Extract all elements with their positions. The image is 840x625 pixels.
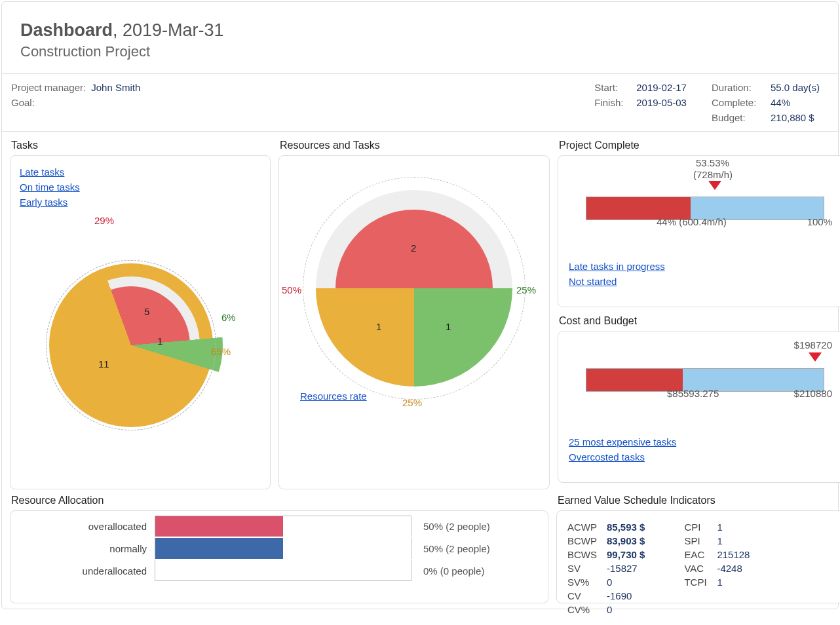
evm-key: ACWP — [567, 521, 607, 533]
resources-title: Resources and Tasks — [278, 140, 550, 151]
complete-marker-sub: (728m/h) — [693, 169, 733, 180]
title-bold: Dashboard — [20, 20, 113, 40]
tasks-panel: Late tasks On time tasks Early tasks — [10, 155, 271, 489]
tasks-panel-wrap: Tasks Late tasks On time tasks Early tas… — [10, 140, 271, 489]
tasks-late-pct: 29% — [94, 215, 114, 226]
evm-value: 215128 — [717, 549, 750, 560]
evm-value: -15827 — [607, 563, 638, 574]
complete-below-left: 44% (600.4m/h) — [657, 216, 727, 227]
evm-key: VAC — [684, 563, 717, 574]
evm-row: SV-15827 — [567, 563, 645, 574]
alloc-label: overallocated — [10, 521, 155, 532]
complete-title: Project Complete — [558, 140, 840, 151]
evm-row: ACWP85,593 $ — [567, 521, 645, 533]
alloc-label: normally — [10, 543, 155, 554]
cost-below-right: $210880 — [794, 388, 832, 399]
complete-below-right: 100% — [807, 216, 832, 227]
evm-row: SV%0 — [567, 577, 645, 588]
project-meta: Project manager: John Smith Goal: Start:… — [2, 74, 838, 132]
duration-value: 55.0 day(s) — [771, 82, 820, 93]
tasks-pie-chart: 5 1 11 — [46, 260, 216, 430]
project-name: Construction Project — [20, 43, 820, 60]
evm-panel: ACWP85,593 $BCWP83,903 $BCWS99,730 $SV-1… — [556, 510, 840, 603]
evm-row: CV-1690 — [567, 590, 645, 601]
project-complete-panel: 53.53% (728m/h) 44% (600.4m/h) 100% Late… — [558, 155, 840, 307]
evm-value: 99,730 $ — [607, 549, 645, 560]
evm-row: CPI1 — [684, 521, 750, 533]
resources-panel: 2 1 1 50% 25% 25% Resources rate — [278, 155, 550, 489]
tasks-title: Tasks — [10, 140, 271, 151]
cost-marker-icon — [809, 352, 822, 362]
complete-label: Complete: — [712, 97, 765, 108]
resource-allocation-panel: overallocated50% (2 people)normally50% (… — [10, 510, 548, 603]
link-overcosted-tasks[interactable]: Overcosted tasks — [569, 451, 676, 463]
alloc-row: normally50% (2 people) — [10, 537, 548, 559]
budget-value: 210,880 $ — [771, 112, 814, 123]
evm-value: 0 — [607, 604, 612, 615]
tasks-early-pct: 6% — [221, 312, 236, 323]
evm-row: EAC215128 — [684, 549, 750, 560]
alloc-value: 50% (2 people) — [411, 543, 490, 554]
resource-allocation-wrap: Resource Allocation overallocated50% (2 … — [10, 495, 548, 603]
evm-key: SV% — [567, 577, 607, 588]
res-red-count: 2 — [411, 242, 416, 254]
tasks-early-count: 1 — [157, 335, 162, 347]
pm-label: Project manager: — [11, 82, 86, 93]
evm-value: 0 — [607, 577, 612, 588]
cost-title: Cost and Budget — [558, 315, 840, 327]
evm-key: BCWP — [567, 535, 607, 546]
complete-marker-icon — [708, 181, 721, 190]
tasks-late-count: 5 — [144, 306, 149, 317]
alloc-label: underallocated — [10, 565, 155, 577]
cost-marker-value: $198720 — [794, 339, 832, 350]
link-early-tasks[interactable]: Early tasks — [20, 197, 261, 208]
start-value: 2019-02-17 — [636, 82, 687, 93]
evm-key: SPI — [684, 535, 717, 546]
alloc-value: 0% (0 people) — [411, 565, 484, 577]
evm-key: CV% — [567, 604, 607, 615]
evm-value: 83,903 $ — [607, 535, 645, 546]
cost-below-left: $85593.275 — [667, 388, 719, 399]
tasks-ontime-pct: 65% — [211, 346, 231, 357]
alloc-value: 50% (2 people) — [411, 521, 490, 532]
evm-value: -1690 — [607, 590, 632, 601]
link-late-in-progress[interactable]: Late tasks in progress — [569, 261, 665, 272]
complete-marker-pct: 53.53% — [696, 157, 729, 168]
res-red-pct: 50% — [282, 284, 301, 295]
link-late-tasks[interactable]: Late tasks — [20, 166, 261, 178]
evm-value: 85,593 $ — [607, 521, 645, 533]
evm-row: BCWP83,903 $ — [567, 535, 645, 546]
alloc-title: Resource Allocation — [10, 495, 548, 506]
evm-key: SV — [567, 563, 607, 574]
pm-value: John Smith — [91, 82, 140, 93]
evm-value: 1 — [717, 521, 722, 533]
link-resources-rate[interactable]: Resources rate — [300, 390, 367, 402]
start-label: Start: — [594, 82, 631, 93]
evm-row: BCWS99,730 $ — [567, 549, 645, 560]
tasks-ontime-count: 11 — [98, 358, 109, 369]
complete-value: 44% — [771, 97, 790, 108]
project-complete-wrap: Project Complete 53.53% (728m/h) 44% (60… — [558, 140, 840, 307]
evm-value: 1 — [717, 577, 722, 588]
res-yellow-count: 1 — [376, 321, 381, 332]
link-on-time-tasks[interactable]: On time tasks — [20, 181, 261, 193]
finish-value: 2019-05-03 — [636, 97, 687, 108]
link-not-started[interactable]: Not started — [569, 276, 665, 287]
evm-row: SPI1 — [684, 535, 750, 546]
resources-panel-wrap: Resources and Tasks 2 1 1 50% 25% — [278, 140, 550, 489]
res-green-count: 1 — [446, 321, 451, 332]
evm-row: CV%0 — [567, 604, 645, 615]
evm-value: 1 — [717, 535, 722, 546]
link-expensive-tasks[interactable]: 25 most expensive tasks — [569, 436, 676, 447]
evm-key: TCPI — [684, 577, 717, 588]
budget-label: Budget: — [712, 112, 765, 123]
evm-title: Earned Value Schedule Indicators — [556, 495, 840, 506]
evm-key: CPI — [684, 521, 717, 533]
evm-key: EAC — [684, 549, 717, 560]
page-title: Dashboard, 2019-Mar-31 — [20, 20, 820, 41]
title-date: , 2019-Mar-31 — [113, 20, 224, 40]
finish-label: Finish: — [594, 97, 631, 108]
res-yellow-pct: 25% — [402, 397, 422, 408]
evm-row: TCPI1 — [684, 577, 750, 588]
evm-value: -4248 — [717, 563, 742, 574]
